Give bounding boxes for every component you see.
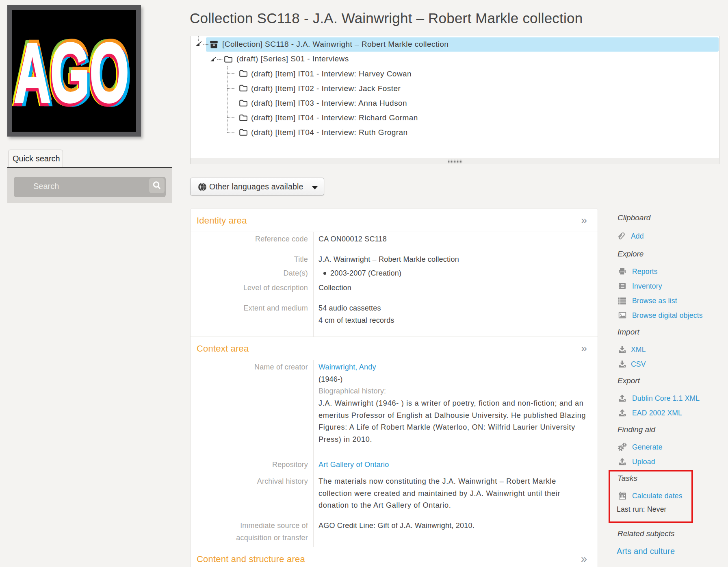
svg-text:AGO: AGO [14, 26, 129, 119]
